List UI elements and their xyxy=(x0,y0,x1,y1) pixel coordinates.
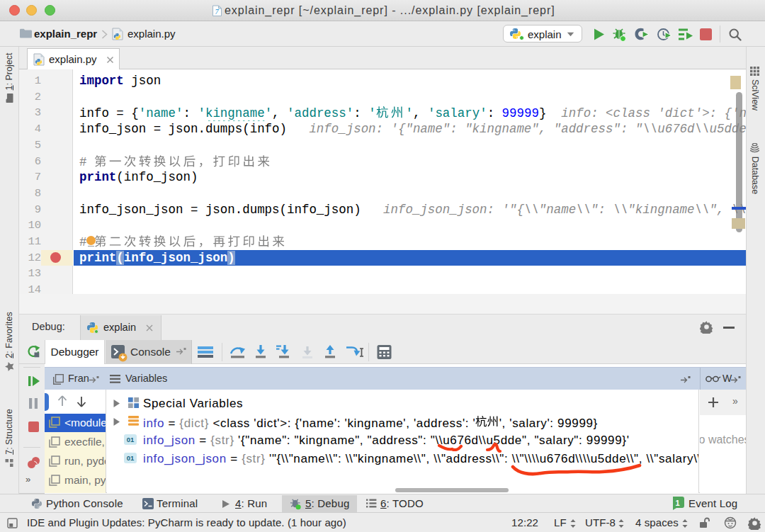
svg-text:1: 1 xyxy=(675,499,679,507)
